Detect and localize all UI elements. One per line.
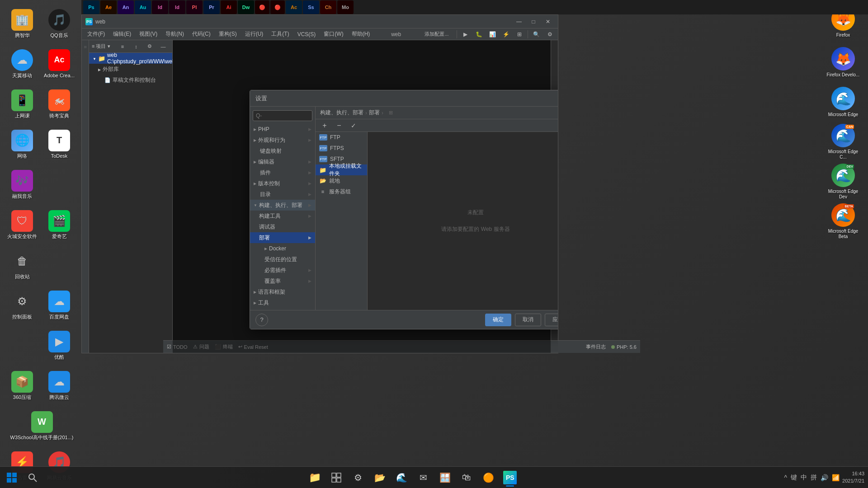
settings-search[interactable] bbox=[253, 110, 312, 121]
desktop-icon-360zip[interactable]: 📦 360压缩 bbox=[5, 366, 40, 405]
nav-php[interactable]: PHP ▶ bbox=[250, 124, 315, 135]
menu-refactor[interactable]: 重构(S) bbox=[215, 29, 241, 39]
search-taskbar-button[interactable] bbox=[23, 468, 42, 488]
panel-btn1[interactable]: ≡ bbox=[116, 42, 129, 51]
menu-run[interactable]: 运行(U) bbox=[241, 29, 267, 39]
desktop-icon-baiduyun[interactable]: ☁ 百度网盘 bbox=[42, 286, 77, 324]
menu-vcs[interactable]: VCS(S) bbox=[294, 30, 320, 38]
tree-item-web[interactable]: 📁 web C:\phpstudy_pro\WWW\web bbox=[89, 53, 172, 64]
taskbar-settings[interactable]: ⚙ bbox=[348, 468, 368, 488]
toolbar-run[interactable]: ▶ bbox=[459, 30, 472, 39]
adobe-pr-icon[interactable]: Pr bbox=[203, 0, 220, 14]
panel-btn4[interactable]: — bbox=[157, 42, 170, 51]
adobe-au-icon[interactable]: Au bbox=[135, 0, 151, 14]
desktop-icon-qqmusic[interactable]: 🎵 QQ音乐 bbox=[42, 5, 77, 43]
panel-btn3[interactable]: ⚙ bbox=[143, 42, 156, 51]
server-type-ftps[interactable]: FTP FTPS bbox=[316, 143, 367, 154]
toolbar-coverage[interactable]: 📊 bbox=[486, 30, 499, 39]
datetime-display[interactable]: 16:43 2021/7/21 bbox=[842, 470, 864, 484]
desktop-icon-iqiyi[interactable]: 🎬 爱奇艺 bbox=[42, 206, 77, 244]
tray-volume[interactable]: 🔊 bbox=[821, 474, 828, 481]
maximize-button[interactable]: □ bbox=[527, 17, 540, 26]
server-type-local[interactable]: 📁 本地或挂载文件夹 bbox=[316, 164, 367, 175]
desktop-icon-edge-beta[interactable]: BETA 🌊 Microsoft Edge Beta bbox=[825, 203, 861, 239]
breadcrumb-build[interactable]: 构建、执行、部署 bbox=[320, 109, 363, 117]
adobe-icon1[interactable]: 🔴 bbox=[255, 0, 269, 14]
taskbar-task-view[interactable] bbox=[326, 468, 346, 488]
start-button[interactable] bbox=[2, 468, 22, 488]
taskbar-windows[interactable]: 🪟 bbox=[435, 468, 455, 488]
add-config-button[interactable]: 添加配置... bbox=[419, 30, 455, 39]
nav-build-tools[interactable]: 构建工具 ▶ bbox=[250, 211, 315, 221]
nav-docker[interactable]: Docker bbox=[250, 243, 315, 254]
desktop-icon-edge-can[interactable]: CAN 🌊 Microsoft Edge C... bbox=[825, 124, 861, 160]
tray-keyboard[interactable]: 键 bbox=[791, 474, 797, 482]
nav-appearance[interactable]: 外观和行为 ▶ bbox=[250, 135, 315, 145]
tray-show-hidden[interactable]: ^ bbox=[784, 474, 787, 481]
menu-file[interactable]: 文件(F) bbox=[84, 29, 108, 39]
minimize-button[interactable]: — bbox=[513, 17, 525, 26]
adobe-dw-icon[interactable]: Dw bbox=[238, 0, 254, 14]
adobe-acrobat-icon[interactable]: Ac bbox=[286, 0, 302, 14]
nav-languages[interactable]: 语言和框架 bbox=[250, 286, 315, 297]
taskbar-store[interactable]: 🛍 bbox=[457, 468, 476, 488]
nav-required-plugins[interactable]: 必需插件 ▶ bbox=[250, 265, 315, 276]
desktop-icon-tianyiyidong[interactable]: ☁ 天翼移动 bbox=[5, 45, 40, 83]
menu-help[interactable]: 帮助(H) bbox=[348, 29, 374, 39]
adobe-ps-icon[interactable]: Ps bbox=[83, 0, 99, 14]
desktop-icon-edge-dev[interactable]: DEV 🌊 Microsoft Edge Dev bbox=[825, 164, 861, 200]
server-type-group[interactable]: ≡ 服务器组 bbox=[316, 186, 367, 197]
menu-view[interactable]: 视图(V) bbox=[136, 29, 161, 39]
desktop-icon-adobe[interactable]: Ac Adobe Crea... bbox=[42, 45, 77, 83]
menu-navigate[interactable]: 导航(N) bbox=[162, 29, 188, 39]
nav-coverage[interactable]: 覆盖率 ▶ bbox=[250, 276, 315, 286]
close-button[interactable]: ✕ bbox=[542, 17, 554, 26]
adobe-mo-icon[interactable]: Mo bbox=[337, 0, 354, 14]
tray-network[interactable]: 📶 bbox=[832, 474, 840, 481]
help-button[interactable]: ? bbox=[255, 314, 268, 326]
nav-editor[interactable]: 编辑器 ▶ bbox=[250, 156, 315, 167]
tree-item-external[interactable]: 外部库 bbox=[89, 64, 172, 75]
menu-window[interactable]: 窗口(W) bbox=[320, 29, 347, 39]
menu-web-tab[interactable]: web bbox=[387, 30, 405, 38]
desktop-icon-control-panel[interactable]: ⚙ 控制面板 bbox=[5, 286, 40, 324]
desktop-icon-edge[interactable]: 🌊 Microsoft Edge bbox=[825, 84, 861, 120]
desktop-icon-youku[interactable]: ▶ 优酷 bbox=[42, 326, 77, 365]
adobe-ae-icon[interactable]: Ae bbox=[100, 0, 117, 14]
taskbar-folder[interactable]: 📂 bbox=[370, 468, 390, 488]
toolbar-icons2[interactable]: ⊞ bbox=[513, 30, 526, 39]
tree-item-scratch[interactable]: 📄 草稿文件和控制台 bbox=[89, 75, 172, 85]
nav-plugins[interactable]: 插件 ▶ bbox=[250, 167, 315, 178]
cancel-button[interactable]: 取消 bbox=[515, 314, 541, 326]
adobe-id2-icon[interactable]: Id bbox=[169, 0, 185, 14]
server-type-inplace[interactable]: 📂 就地 bbox=[316, 175, 367, 186]
taskbar-phpstorm[interactable]: PS bbox=[500, 468, 520, 488]
desktop-icon-network[interactable]: 🌐 网络 bbox=[5, 125, 40, 164]
nav-build[interactable]: 构建、执行、部署 ▶ bbox=[250, 200, 315, 211]
nav-vcs[interactable]: 版本控制 ▶ bbox=[250, 178, 315, 189]
menu-edit[interactable]: 编辑(E) bbox=[109, 29, 135, 39]
menu-code[interactable]: 代码(C) bbox=[189, 29, 214, 39]
toolbar-profile[interactable]: ⚡ bbox=[500, 30, 512, 39]
ok-button[interactable]: 确定 bbox=[485, 314, 511, 326]
nav-debugger[interactable]: 调试器 bbox=[250, 221, 315, 232]
adobe-pl-icon[interactable]: Pl bbox=[186, 0, 203, 14]
adobe-ai-icon[interactable]: Ai bbox=[221, 0, 237, 14]
nav-dir[interactable]: 目录 ▶ bbox=[250, 189, 315, 200]
menu-tools[interactable]: 工具(T) bbox=[268, 29, 292, 39]
adobe-ss-icon[interactable]: Ss bbox=[303, 0, 319, 14]
adobe-an-icon[interactable]: An bbox=[118, 0, 134, 14]
status-event-log[interactable]: 事件日志 bbox=[586, 343, 606, 350]
toolbar-settings[interactable]: ⚙ bbox=[543, 30, 556, 39]
taskbar-edge[interactable]: 🌊 bbox=[392, 468, 411, 488]
desktop-icon-shangwangke[interactable]: 📱 上网课 bbox=[5, 85, 40, 123]
desktop-icon-tencent-weiyun[interactable]: ☁ 腾讯微云 bbox=[42, 366, 77, 405]
nav-tools[interactable]: 工具 bbox=[250, 297, 315, 308]
taskbar-file-explorer[interactable]: 📁 bbox=[305, 468, 325, 488]
taskbar-orange[interactable]: 🟠 bbox=[478, 468, 498, 488]
nav-keymap[interactable]: 键盘映射 bbox=[250, 145, 315, 156]
tray-pin[interactable]: 拼 bbox=[811, 474, 817, 482]
nav-trusted[interactable]: 受信任的位置 bbox=[250, 254, 315, 265]
adobe-icon2[interactable]: 🔴 bbox=[270, 0, 285, 14]
adobe-ch-icon[interactable]: Ch bbox=[320, 0, 336, 14]
